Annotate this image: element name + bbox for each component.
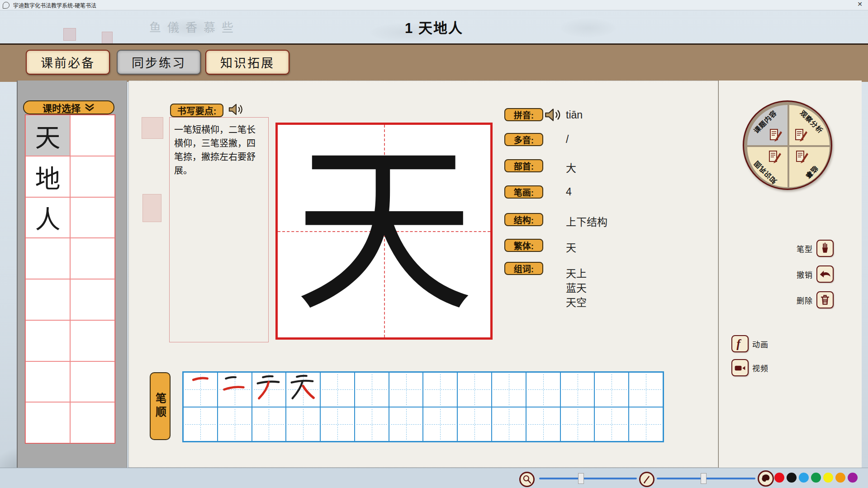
lesson-cell[interactable]	[70, 156, 115, 197]
color-palette	[774, 473, 858, 483]
current-color-icon[interactable]	[758, 470, 774, 487]
pen-cup-icon	[819, 242, 831, 255]
window-title: 宇迪数字化书法教学系统-硬笔书法	[13, 1, 96, 9]
stroke-cell	[183, 372, 218, 407]
tab-label: 知识拓展	[220, 53, 275, 71]
stroke-order-tab[interactable]: 笔顺	[150, 372, 171, 440]
pen-type-label: 笔型	[797, 243, 813, 254]
stroke-cell	[526, 372, 560, 407]
color-dot[interactable]	[811, 473, 821, 483]
stroke-cell	[252, 407, 286, 442]
wheel-item-observe-analyze[interactable]: 观察分析	[789, 105, 830, 145]
lesson-title: 1 天地人	[405, 17, 463, 37]
lesson-select-dropdown[interactable]: 课时选择	[23, 100, 114, 114]
tab-pre-class[interactable]: 课前必备	[26, 50, 110, 75]
stroke-cell	[560, 372, 595, 407]
main-content: 书写要点: 一笔短横仰，二笔长横仰，三笔竖撇，四笔捺，撇捺左右要舒展。 天 拼音…	[128, 81, 718, 468]
pen-type-button[interactable]	[816, 240, 834, 257]
lesson-cell[interactable]	[25, 279, 70, 320]
video-label: 视频	[752, 362, 768, 374]
pen-size-slider-thumb[interactable]	[701, 473, 707, 484]
window-titlebar: 宇迪数字化书法教学系统-硬笔书法 ✕	[0, 0, 868, 10]
delete-label: 删除	[797, 294, 813, 306]
color-dot[interactable]	[787, 473, 797, 483]
decor-seal	[142, 117, 163, 139]
video-camera-icon	[734, 361, 746, 374]
word-item: 天上	[566, 265, 587, 280]
animation-button[interactable]: f	[731, 335, 749, 352]
stroke-cell	[560, 407, 595, 442]
pinyin-speaker-icon[interactable]	[544, 107, 563, 123]
tab-bar: 课前必备 同步练习 知识拓展	[0, 43, 868, 82]
lesson-cell[interactable]	[70, 361, 115, 403]
video-button[interactable]	[731, 359, 749, 376]
stroke-cell	[183, 407, 218, 442]
delete-button[interactable]	[816, 291, 834, 308]
stroke-cell	[423, 372, 457, 407]
color-dot[interactable]	[823, 473, 833, 483]
pen-size-slider[interactable]	[657, 478, 755, 479]
stroke-step-4-drawing	[286, 373, 320, 407]
wheel-item-knowledge-consolidate[interactable]: 知识巩固	[747, 147, 787, 187]
lesson-cell[interactable]	[25, 402, 70, 443]
stroke-cell	[594, 407, 629, 442]
zoom-slider-thumb[interactable]	[578, 473, 584, 484]
color-dot[interactable]	[799, 473, 809, 483]
duoyin-label: 多音:	[504, 133, 543, 146]
trash-icon	[819, 294, 831, 306]
lesson-cell[interactable]: 人	[25, 197, 70, 238]
pen-size-icon[interactable]	[639, 472, 655, 487]
bottom-bar	[0, 468, 868, 488]
speaker-icon[interactable]	[228, 102, 245, 117]
banner: 鱼儀香慕些 1 天地人	[0, 10, 868, 43]
undo-arrow-icon	[819, 269, 831, 279]
sidebar: 课时选择 天地人	[17, 81, 127, 468]
stroke-cell	[286, 407, 320, 442]
writing-points-text: 一笔短横仰，二笔长横仰，三笔竖撇，四笔捺，撇捺左右要舒展。	[169, 117, 269, 342]
lesson-cell[interactable]	[25, 238, 70, 279]
close-icon[interactable]: ✕	[857, 0, 863, 8]
color-dot[interactable]	[848, 473, 858, 483]
radical-value: 大	[566, 160, 576, 175]
lesson-cell[interactable]	[70, 402, 115, 443]
words-label: 组词:	[504, 262, 543, 275]
lesson-cell[interactable]	[70, 238, 115, 279]
stroke-step-3-drawing	[252, 373, 286, 407]
stroke-grid	[182, 371, 664, 442]
tab-label: 同步练习	[132, 53, 186, 71]
color-dot[interactable]	[774, 473, 784, 483]
lesson-grid: 天地人	[25, 114, 115, 444]
duoyin-value: /	[566, 133, 569, 146]
lesson-cell[interactable]	[70, 115, 115, 156]
lesson-cell[interactable]: 地	[25, 156, 70, 197]
lesson-cell[interactable]	[25, 320, 70, 361]
lesson-cell[interactable]	[70, 279, 115, 320]
app-logo-icon	[3, 2, 9, 9]
undo-button[interactable]	[816, 265, 834, 283]
stroke-cell	[389, 372, 423, 407]
lesson-cell[interactable]	[70, 320, 115, 361]
stroke-cell	[629, 407, 663, 442]
lesson-cell[interactable]: 天	[25, 115, 70, 156]
zoom-slider[interactable]	[539, 478, 637, 479]
chevron-down-icon	[84, 104, 95, 112]
animation-label: 动画	[752, 338, 768, 350]
app-window: 宇迪数字化书法教学系统-硬笔书法 ✕ 鱼儀香慕些 1 天地人 课前必备 同步练习…	[0, 0, 868, 488]
wheel-item-copy-practice[interactable]: 临摹	[789, 147, 830, 187]
writing-points-label: 书写要点:	[170, 104, 223, 117]
lesson-cell[interactable]	[25, 361, 70, 403]
notepad-pen-icon	[768, 150, 782, 164]
zoom-magnifier-icon[interactable]	[519, 472, 535, 487]
lesson-cell[interactable]	[70, 197, 115, 238]
animation-row: f 动画	[731, 335, 768, 352]
stroke-cell	[629, 372, 663, 407]
stroke-cell	[286, 372, 320, 407]
stroke-cell	[355, 372, 389, 407]
wheel-item-lesson-content[interactable]: 课题内容	[747, 105, 787, 145]
tab-sync-practice[interactable]: 同步练习	[117, 50, 201, 75]
tab-knowledge-expand[interactable]: 知识拓展	[205, 50, 289, 75]
traditional-value: 天	[566, 239, 576, 255]
notepad-pen-icon	[795, 150, 809, 164]
color-dot[interactable]	[835, 473, 845, 483]
main-character: 天	[278, 125, 490, 337]
